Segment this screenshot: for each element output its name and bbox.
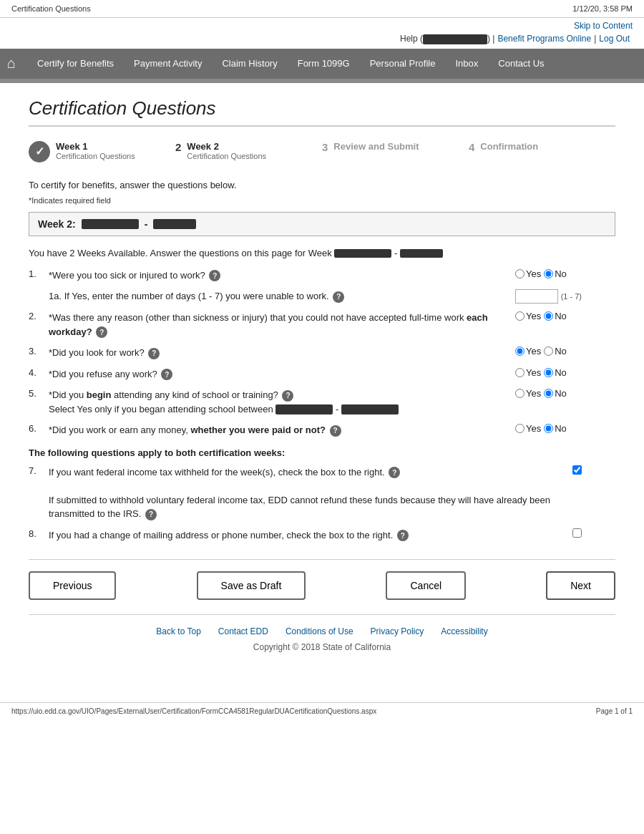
q5-yes-radio[interactable] xyxy=(515,389,525,398)
q4-no-label[interactable]: No xyxy=(544,367,567,378)
nav-form-1099g[interactable]: Form 1099G xyxy=(288,49,360,79)
main-content: Certification Questions ✓ Week 1 Certifi… xyxy=(0,83,644,689)
nav-contact-us[interactable]: Contact Us xyxy=(488,49,554,79)
q7-num: 7. xyxy=(29,465,49,476)
nav-personal-profile[interactable]: Personal Profile xyxy=(360,49,446,79)
q3-no-label[interactable]: No xyxy=(544,346,567,357)
q8-checkbox[interactable] xyxy=(572,528,582,538)
required-note: *Indicates required field xyxy=(29,196,615,205)
q6-no-radio[interactable] xyxy=(544,424,553,433)
step-2-sub: Certification Questions xyxy=(187,152,266,160)
q6-yes-label[interactable]: Yes xyxy=(515,423,541,434)
home-icon[interactable]: ⌂ xyxy=(7,55,16,72)
q7-help-icon[interactable]: ? xyxy=(389,467,400,478)
q1-no-radio[interactable] xyxy=(544,269,553,278)
q8-help-icon[interactable]: ? xyxy=(397,530,409,541)
q6-help-icon[interactable]: ? xyxy=(330,425,341,437)
q3-num: 3. xyxy=(29,346,49,357)
question-7-row: 7. If you want federal income tax withhe… xyxy=(29,465,615,521)
q5-num: 5. xyxy=(29,388,49,399)
q1-answer: Yes No xyxy=(515,268,615,279)
footer-copyright: Copyright © 2018 State of California xyxy=(29,642,615,666)
q7-text: If you want federal income tax withheld … xyxy=(49,465,572,521)
nav-certify-for-benefits[interactable]: Certify for Benefits xyxy=(27,49,124,79)
next-button[interactable]: Next xyxy=(546,571,615,600)
save-draft-button[interactable]: Save as Draft xyxy=(197,571,306,600)
q3-help-icon[interactable]: ? xyxy=(148,348,160,359)
question-2-row: 2. *Was there any reason (other than sic… xyxy=(29,311,615,339)
benefit-programs-link[interactable]: Benefit Programs Online xyxy=(497,34,591,44)
nav-bar: ⌂ Certify for Benefits Payment Activity … xyxy=(0,49,644,79)
step-2-number: 2 xyxy=(175,141,181,153)
step-1-label: Week 1 xyxy=(56,141,135,152)
q1-no-label[interactable]: No xyxy=(544,268,567,279)
nav-claim-history[interactable]: Claim History xyxy=(212,49,287,79)
question-3-row: 3. *Did you look for work? ? Yes No xyxy=(29,346,615,360)
footer-contact-edd[interactable]: Contact EDD xyxy=(218,626,268,636)
question-6-row: 6. *Did you work or earn any money, whet… xyxy=(29,423,615,437)
page-title: Certification Questions xyxy=(29,97,615,127)
q6-yes-radio[interactable] xyxy=(515,424,525,433)
print-title: Certification Questions xyxy=(11,4,91,13)
q1a-days-input[interactable] xyxy=(515,289,558,304)
q7-sub-help-icon[interactable]: ? xyxy=(145,509,157,520)
q1a-answer: (1 - 7) xyxy=(515,289,615,304)
question-5-row: 5. *Did you begin attending any kind of … xyxy=(29,388,615,416)
q6-no-label[interactable]: No xyxy=(544,423,567,434)
step-3-label: Review and Submit xyxy=(333,141,419,152)
q2-yes-radio[interactable] xyxy=(515,311,525,321)
q5-answer: Yes No xyxy=(515,388,615,399)
q5-text: *Did you begin attending any kind of sch… xyxy=(49,388,515,416)
q4-answer: Yes No xyxy=(515,367,615,378)
button-row: Previous Save as Draft Cancel Next xyxy=(29,559,615,600)
question-8-row: 8. If you had a change of mailing addres… xyxy=(29,528,615,543)
q2-no-radio[interactable] xyxy=(544,311,553,321)
q6-num: 6. xyxy=(29,423,49,434)
step-3-number: 3 xyxy=(322,141,328,153)
instructions: To certify for benefits, answer the ques… xyxy=(29,180,615,190)
q2-no-label[interactable]: No xyxy=(544,311,567,321)
q1a-help-icon[interactable]: ? xyxy=(333,291,344,303)
footer-back-to-top[interactable]: Back to Top xyxy=(156,626,200,636)
q5-no-label[interactable]: No xyxy=(544,388,567,399)
q3-no-radio[interactable] xyxy=(544,346,553,356)
step-1-circle: ✓ xyxy=(29,141,50,163)
q7-checkbox-container xyxy=(572,465,615,477)
school-start-date-redacted xyxy=(275,404,333,414)
q5-no-radio[interactable] xyxy=(544,389,553,398)
footer-conditions[interactable]: Conditions of Use xyxy=(286,626,353,636)
q1-num: 1. xyxy=(29,268,49,279)
q6-text: *Did you work or earn any money, whether… xyxy=(49,423,515,437)
cancel-button[interactable]: Cancel xyxy=(386,571,466,600)
url-page-info: Page 1 of 1 xyxy=(596,707,633,715)
top-bar: Skip to Content xyxy=(0,18,644,32)
footer-accessibility[interactable]: Accessibility xyxy=(441,626,487,636)
q4-no-radio[interactable] xyxy=(544,368,553,377)
q1-yes-label[interactable]: Yes xyxy=(515,268,541,279)
q4-yes-label[interactable]: Yes xyxy=(515,367,541,378)
q7-checkbox[interactable] xyxy=(572,465,582,475)
q2-num: 2. xyxy=(29,311,49,321)
q2-help-icon[interactable]: ? xyxy=(96,326,107,338)
q4-help-icon[interactable]: ? xyxy=(161,369,172,380)
avail-week-end-redacted xyxy=(400,249,443,258)
q2-yes-label[interactable]: Yes xyxy=(515,311,541,321)
available-note: You have 2 Weeks Available. Answer the q… xyxy=(29,248,615,258)
q3-yes-label[interactable]: Yes xyxy=(515,346,541,357)
q8-text: If you had a change of mailing address o… xyxy=(49,528,572,543)
week-end-date-redacted xyxy=(153,219,196,229)
q4-yes-radio[interactable] xyxy=(515,368,525,377)
q5-help-icon[interactable]: ? xyxy=(282,390,293,402)
previous-button[interactable]: Previous xyxy=(29,571,116,600)
nav-inbox[interactable]: Inbox xyxy=(445,49,488,79)
footer-privacy[interactable]: Privacy Policy xyxy=(371,626,424,636)
nav-payment-activity[interactable]: Payment Activity xyxy=(124,49,212,79)
step-4-number: 4 xyxy=(469,141,474,153)
q1-help-icon[interactable]: ? xyxy=(209,270,220,281)
q1-yes-radio[interactable] xyxy=(515,269,525,278)
logout-link[interactable]: Log Out xyxy=(599,34,630,44)
skip-to-content-link[interactable]: Skip to Content xyxy=(574,21,633,31)
q3-yes-radio[interactable] xyxy=(515,346,525,356)
q6-answer: Yes No xyxy=(515,423,615,434)
q5-yes-label[interactable]: Yes xyxy=(515,388,541,399)
